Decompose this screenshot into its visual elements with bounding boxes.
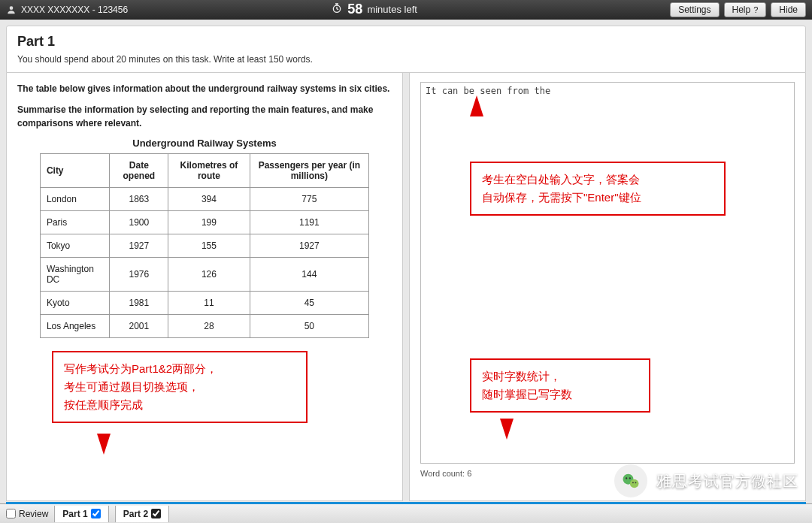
col-date: Date opened: [110, 154, 168, 188]
timer: 58 minutes left: [331, 2, 417, 17]
minutes-left: 58: [347, 2, 362, 17]
wechat-icon: [614, 464, 647, 497]
top-bar: XXXX XXXXXXX - 123456 58 minutes left Se…: [0, 0, 812, 20]
arrow-icon: [470, 95, 483, 116]
table-cell: 155: [168, 234, 250, 258]
table-cell: 2001: [110, 315, 168, 338]
svg-point-6: [632, 482, 634, 483]
table-cell: 775: [250, 188, 368, 211]
progress-indicator: [6, 502, 806, 504]
settings-button[interactable]: Settings: [670, 2, 719, 17]
table-cell: 199: [168, 211, 250, 234]
table-row: Los Angeles20012850: [40, 315, 368, 338]
svg-point-0: [10, 6, 14, 10]
table-cell: 1927: [250, 234, 368, 258]
help-button[interactable]: Help ?: [724, 2, 767, 17]
col-km: Kilometres of route: [168, 154, 250, 188]
table-row: Kyoto19811145: [40, 292, 368, 315]
task-header: Part 1 You should spend about 20 minutes…: [6, 26, 806, 73]
annotation-right-top: 考生在空白处输入文字，答案会 自动保存，无需按下"Enter"键位: [470, 162, 726, 216]
table-cell: Kyoto: [40, 292, 110, 315]
prompt-line-1: The table below gives information about …: [17, 82, 392, 95]
answer-pane: Word count: 6 考生在空白处输入文字，答案会 自动保存，无需按下"E…: [409, 73, 806, 501]
user-icon: [6, 5, 17, 15]
table-row: London1863394775: [40, 188, 368, 211]
table-row: Paris19001991191: [40, 211, 368, 234]
question-pane: The table below gives information about …: [6, 73, 403, 501]
tab-part-1[interactable]: Part 1: [54, 506, 108, 522]
part-title: Part 1: [17, 34, 795, 50]
annotation-right-bottom: 实时字数统计， 随时掌握已写字数: [470, 358, 650, 413]
table-cell: 28: [168, 315, 250, 338]
table-cell: 394: [168, 188, 250, 211]
table-cell: 1191: [250, 211, 368, 234]
bottom-bar: Review Part 1 Part 2: [0, 503, 812, 523]
table-title: Underground Railway Systems: [17, 138, 392, 149]
watermark: 雅思考试官方微社区: [614, 464, 798, 497]
svg-point-4: [626, 477, 627, 479]
table-cell: 45: [250, 292, 368, 315]
tab-part-2[interactable]: Part 2: [115, 506, 169, 522]
table-cell: Paris: [40, 211, 110, 234]
table-cell: Los Angeles: [40, 315, 110, 338]
table-cell: 1927: [110, 234, 168, 258]
railway-table: City Date opened Kilometres of route Pas…: [40, 153, 369, 338]
watermark-text: 雅思考试官方微社区: [656, 471, 798, 491]
review-checkbox[interactable]: Review: [6, 509, 48, 519]
annotation-left: 写作考试分为Part1&2两部分， 考生可通过题目切换选项， 按任意顺序完成: [52, 351, 308, 423]
table-cell: Tokyo: [40, 234, 110, 258]
table-cell: 144: [250, 258, 368, 292]
prompt-line-2: Summarise the information by selecting a…: [17, 103, 392, 130]
svg-point-7: [635, 482, 636, 483]
clock-icon: [331, 2, 343, 17]
minutes-suffix: minutes left: [367, 4, 417, 15]
col-passengers: Passengers per year (in millions): [250, 154, 368, 188]
arrow-icon: [97, 434, 111, 455]
user-info: XXXX XXXXXXX - 123456: [6, 5, 128, 15]
table-cell: 1863: [110, 188, 168, 211]
col-city: City: [40, 154, 110, 188]
table-cell: 126: [168, 258, 250, 292]
help-icon: ?: [753, 5, 758, 14]
table-row: Tokyo19271551927: [40, 234, 368, 258]
hide-button[interactable]: Hide: [771, 2, 806, 17]
user-label: XXXX XXXXXXX - 123456: [21, 5, 128, 15]
table-cell: 11: [168, 292, 250, 315]
svg-point-5: [629, 477, 631, 479]
table-cell: 50: [250, 315, 368, 338]
table-cell: 1981: [110, 292, 168, 315]
svg-point-3: [630, 479, 639, 488]
arrow-icon: [500, 419, 514, 440]
table-cell: 1900: [110, 211, 168, 234]
table-row: Washington DC1976126144: [40, 258, 368, 292]
table-cell: 1976: [110, 258, 168, 292]
table-cell: Washington DC: [40, 258, 110, 292]
task-instruction: You should spend about 20 minutes on thi…: [17, 54, 795, 65]
table-cell: London: [40, 188, 110, 211]
